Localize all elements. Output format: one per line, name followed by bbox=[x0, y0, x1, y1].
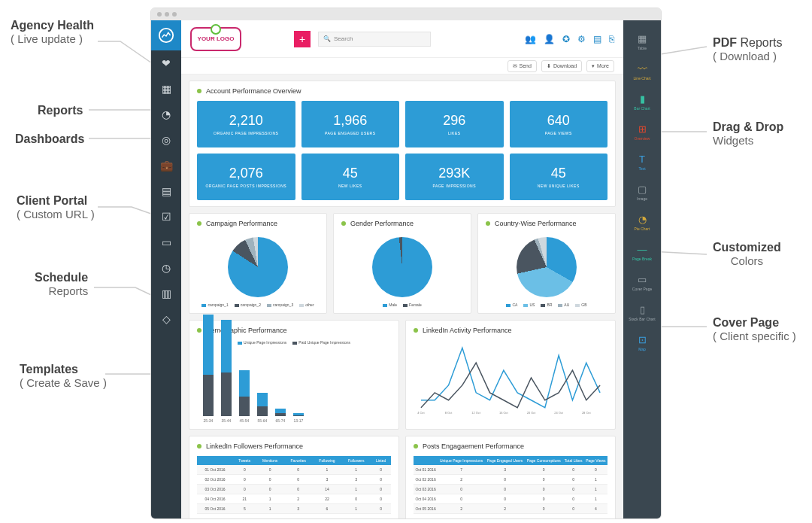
widget-map[interactable]: ⊡Map bbox=[623, 327, 661, 357]
gear-icon[interactable]: ⚙ bbox=[577, 34, 586, 44]
nav-dashboards-icon[interactable]: ◔ bbox=[151, 102, 181, 127]
widget-line-chart[interactable]: 〰Line Chart bbox=[623, 56, 661, 87]
export-icon[interactable]: ⎘ bbox=[609, 34, 614, 44]
nav-news-icon[interactable]: ▤ bbox=[151, 178, 181, 204]
card-linkedin-activity: LinkedIn Activity Performance 4 Oct8 Oct… bbox=[405, 320, 616, 430]
ann-agency-health: Agency Health( Live update ) bbox=[11, 19, 94, 46]
svg-text:8 Oct: 8 Oct bbox=[445, 411, 453, 415]
sidebar: ❤ ▦ ◔ ◎ 💼 ▤ ☑ ▭ ◷ ▥ ◇ bbox=[151, 20, 181, 518]
metric-tile: 45NEW LIKES bbox=[301, 154, 400, 200]
country-title: Country-Wise Performance bbox=[495, 220, 577, 227]
brand-logo[interactable] bbox=[151, 20, 181, 50]
ann-reports: Reports bbox=[38, 104, 83, 117]
svg-text:12 Oct: 12 Oct bbox=[471, 411, 481, 415]
widget-image[interactable]: ▢Image bbox=[623, 177, 661, 207]
nav-briefcase-icon[interactable]: 💼 bbox=[151, 153, 181, 178]
linkedin-followers-title: LinkedIn Followers Performance bbox=[206, 442, 303, 450]
topbar: YOUR LOGO + 🔍 Search 👥 👤 ✪ ⚙ ▤ ⎘ bbox=[181, 20, 623, 58]
card-gender: Gender Performance MaleFemale bbox=[333, 213, 471, 314]
card-overview: Account Performance Overview 2,210ORGANI… bbox=[189, 81, 616, 207]
ann-schedule: ScheduleReports bbox=[35, 271, 88, 297]
nav-card-icon[interactable]: ▭ bbox=[151, 230, 181, 255]
ann-client-portal: Client Portal( Custom URL ) bbox=[17, 194, 95, 221]
metric-tile: 1,966PAGE ENGAGED USERS bbox=[301, 101, 400, 147]
metric-tile: 296LIKES bbox=[405, 101, 504, 147]
ann-dashboards: Dashboards bbox=[15, 132, 84, 146]
action-bar: ✉Send ⬇Download ▾More bbox=[181, 58, 623, 74]
nav-template-icon[interactable]: ▥ bbox=[151, 281, 181, 306]
doc-icon[interactable]: ▤ bbox=[593, 34, 601, 44]
send-button[interactable]: ✉Send bbox=[508, 60, 537, 72]
search-icon: 🔍 bbox=[323, 35, 331, 42]
svg-text:24 Oct: 24 Oct bbox=[554, 411, 564, 415]
metric-tile: 2,210ORGANIC PAGE IMPRESSIONS bbox=[197, 101, 295, 147]
users-icon[interactable]: 👥 bbox=[525, 34, 536, 44]
card-campaign: Campaign Performance campaign_1campaign_… bbox=[189, 213, 327, 314]
ann-dragdrop: Drag & DropWidgets bbox=[713, 120, 783, 147]
window-titlebar bbox=[151, 8, 661, 20]
svg-text:28 Oct: 28 Oct bbox=[582, 411, 592, 415]
nav-target-icon[interactable]: ◎ bbox=[151, 127, 181, 153]
download-button[interactable]: ⬇Download bbox=[541, 60, 582, 72]
widget-cover-page[interactable]: ▭Cover Page bbox=[623, 267, 661, 297]
app-window: ❤ ▦ ◔ ◎ 💼 ▤ ☑ ▭ ◷ ▥ ◇ YOUR LOGO + 🔍 Sear… bbox=[150, 8, 662, 519]
campaign-title: Campaign Performance bbox=[206, 220, 277, 227]
overview-title: Account Performance Overview bbox=[206, 87, 301, 95]
card-posts-engagement: Posts Engagaement Performance Unique Pag… bbox=[405, 436, 616, 518]
topbar-icons: 👥 👤 ✪ ⚙ ▤ ⎘ bbox=[525, 34, 614, 44]
svg-text:20 Oct: 20 Oct bbox=[527, 411, 537, 415]
ann-colors: CustomizedColors bbox=[713, 241, 781, 267]
nav-check-icon[interactable]: ☑ bbox=[151, 204, 181, 230]
widget-overview[interactable]: ⊞Overview bbox=[623, 117, 661, 147]
add-button[interactable]: + bbox=[294, 31, 311, 47]
search-input[interactable]: 🔍 Search bbox=[318, 32, 431, 47]
card-linkedin-followers: LinkedIn Followers Performance TweetsMen… bbox=[189, 436, 399, 518]
nav-health-icon[interactable]: ❤ bbox=[151, 50, 181, 76]
widget-bar-chart[interactable]: ▮Bar Chart bbox=[623, 87, 661, 117]
widget-rail: ▦Table〰Line Chart▮Bar Chart⊞OverviewTTex… bbox=[623, 20, 661, 518]
content-scroll[interactable]: Account Performance Overview 2,210ORGANI… bbox=[181, 74, 623, 518]
ann-templates: Templates( Create & Save ) bbox=[20, 363, 107, 390]
metric-tile: 2,076ORGANIC PAGE POSTS IMPRESSIONS bbox=[197, 154, 295, 200]
nav-tag-icon[interactable]: ◇ bbox=[151, 306, 181, 332]
nav-reports-icon[interactable]: ▦ bbox=[151, 76, 181, 102]
widget-pie-chart[interactable]: ◔Pie Chart bbox=[623, 207, 661, 237]
main-area: YOUR LOGO + 🔍 Search 👥 👤 ✪ ⚙ ▤ ⎘ ✉Send ⬇… bbox=[181, 20, 623, 518]
nav-clock-icon[interactable]: ◷ bbox=[151, 255, 181, 281]
widget-table[interactable]: ▦Table bbox=[623, 26, 661, 56]
metric-tile: 293KPAGE IMPRESSIONS bbox=[405, 154, 504, 200]
card-country: Country-Wise Performance CAUSBRAUGB bbox=[477, 213, 616, 314]
widget-text[interactable]: TText bbox=[623, 147, 661, 177]
demographic-title: Demographic Performance bbox=[206, 327, 287, 334]
ann-cover: Cover Page( Client specific ) bbox=[713, 316, 796, 343]
search-placeholder: Search bbox=[334, 35, 353, 42]
svg-text:16 Oct: 16 Oct bbox=[499, 411, 509, 415]
widget-page-break[interactable]: —Page Break bbox=[623, 237, 661, 267]
posts-engagement-title: Posts Engagaement Performance bbox=[423, 442, 524, 450]
client-logo[interactable]: YOUR LOGO bbox=[190, 27, 241, 51]
ann-pdf: PDF Reports( Download ) bbox=[713, 36, 782, 63]
linkedin-activity-title: LinkedIn Activity Performance bbox=[423, 327, 512, 334]
metric-tile: 45NEW UNIQUE LIKES bbox=[510, 154, 608, 200]
help-icon[interactable]: ✪ bbox=[562, 34, 570, 44]
metric-tile: 640PAGE VIEWS bbox=[510, 101, 608, 147]
more-button[interactable]: ▾More bbox=[586, 60, 614, 72]
widget-stack-bar-chart[interactable]: ▯Stack Bar Chart bbox=[623, 297, 661, 327]
gender-title: Gender Performance bbox=[350, 220, 414, 227]
card-demographic: Demographic Performance Unique Page Impr… bbox=[189, 320, 399, 430]
svg-text:4 Oct: 4 Oct bbox=[417, 411, 425, 415]
user-add-icon[interactable]: 👤 bbox=[544, 34, 555, 44]
